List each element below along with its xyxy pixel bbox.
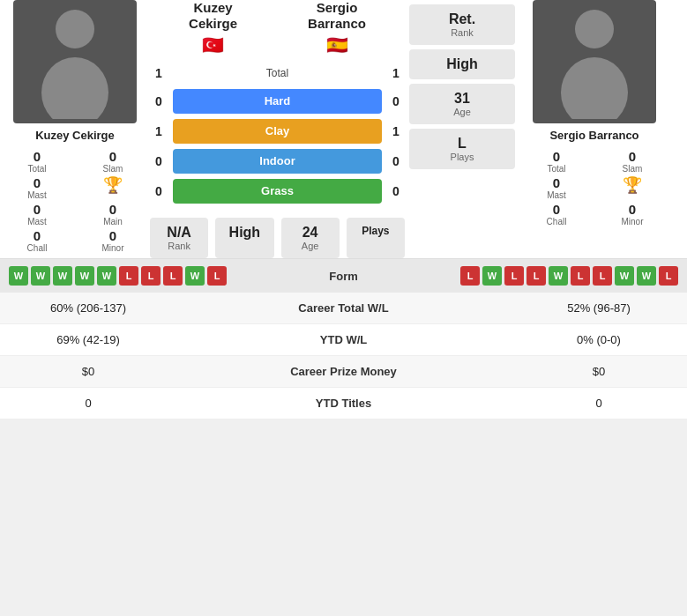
right-age-value: 31: [418, 91, 506, 107]
right-player-name: Sergio Barranco: [549, 129, 638, 142]
right-player-avatar: [533, 0, 656, 123]
hard-row: 0 Hard 0: [150, 89, 405, 114]
left-slam-cell: 0 Slam: [76, 149, 150, 174]
clay-left-score: 1: [150, 124, 168, 138]
right-mast-label: Mast: [547, 190, 566, 200]
surface-rows: 1 Total 1 0 Hard 0 1 Clay 1 0 Indoor: [150, 66, 405, 209]
ytd-titles-label: YTD Titles: [159, 397, 528, 410]
indoor-left-score: 0: [150, 154, 168, 168]
right-mast-cell: 0 Mast: [519, 175, 594, 200]
center-column: KuzeyCekirge 🇹🇷 SergioBarranco 🇪🇸 1 Tota…: [150, 0, 405, 258]
career-total-wl-row: 60% (206-137) Career Total W/L 52% (96-8…: [0, 293, 687, 324]
grass-row: 0 Grass 0: [150, 179, 405, 204]
form-badge-w: W: [97, 266, 116, 286]
center-left-name-block: KuzeyCekirge 🇹🇷: [189, 0, 237, 58]
form-badge-l: L: [119, 266, 138, 286]
left-age-value: 24: [290, 225, 331, 241]
total-label: Total: [168, 67, 387, 79]
right-info-panel: Ret. Rank High 31 Age L Plays: [405, 0, 519, 258]
right-form-badges: LWLLWLLWWL: [460, 266, 678, 286]
left-main-label2: Main: [103, 217, 123, 226]
left-flag: 🇹🇷: [189, 34, 237, 56]
total-row: 1 Total 1: [150, 66, 405, 80]
form-badge-l: L: [593, 266, 612, 286]
left-total-label: Total: [27, 164, 46, 174]
right-total-cell: 0 Total: [519, 149, 594, 174]
middle-info-row: N/A Rank High 24 Age Plays: [150, 213, 405, 258]
left-total-value: 0: [34, 149, 41, 164]
left-form-badges: WWWWWLLLWL: [9, 266, 227, 286]
clay-button: Clay: [173, 119, 382, 144]
left-age-label: Age: [290, 241, 331, 251]
form-badge-l: L: [207, 266, 227, 286]
left-mast-cell2: 0 Mast: [0, 202, 74, 226]
clay-row: 1 Clay 1: [150, 119, 405, 144]
right-chall-value: 0: [553, 202, 560, 217]
grass-left-score: 0: [150, 184, 168, 198]
prize-row: $0 Career Prize Money $0: [0, 356, 687, 388]
left-age-box: 24 Age: [281, 218, 340, 258]
right-stats-grid: 0 Total 0 Slam 0 Mast 🏆: [519, 149, 669, 200]
players-top-section: Kuzey Cekirge 0 Total 0 Slam 0 Mast 🏆: [0, 0, 687, 258]
right-player-card: Sergio Barranco 0 Total 0 Slam 0 Mast: [519, 0, 669, 258]
left-rank-value: N/A: [159, 225, 199, 241]
right-rank-value: Ret.: [418, 11, 506, 27]
right-chall-label: Chall: [547, 217, 567, 226]
form-badge-w: W: [482, 266, 502, 286]
left-mast-cell: 0 Mast: [0, 175, 74, 200]
left-level-value: High: [224, 225, 265, 241]
right-age-label: Age: [418, 107, 506, 117]
grass-right-score: 0: [387, 184, 405, 198]
left-plays-box: Plays: [347, 218, 405, 258]
form-badge-l: L: [571, 266, 590, 286]
form-badge-l: L: [141, 266, 161, 286]
left-rank-label: Rank: [159, 241, 199, 251]
left-career-total-wl: 60% (206-137): [18, 301, 159, 315]
hard-right-score: 0: [387, 94, 405, 108]
left-chall-cell: 0 Chall: [0, 228, 74, 253]
form-section: WWWWWLLLWL Form LWLLWLLWWL: [0, 258, 687, 293]
left-main-value2: 0: [109, 202, 116, 217]
left-minor-value: 0: [109, 228, 116, 243]
grass-button: Grass: [173, 179, 382, 204]
ytd-wl-row: 69% (42-19) YTD W/L 0% (0-0): [0, 324, 687, 356]
svg-point-1: [41, 57, 108, 119]
form-badge-w: W: [53, 266, 72, 286]
right-stats-grid-2: 0 Chall 0 Minor: [519, 202, 669, 226]
right-rank-label: Rank: [418, 27, 506, 38]
form-label: Form: [317, 270, 370, 283]
right-column: Ret. Rank High 31 Age L Plays: [405, 0, 687, 258]
ytd-titles-row: 0 YTD Titles 0: [0, 388, 687, 419]
center-right-name: SergioBarranco: [308, 0, 366, 32]
right-flag: 🇪🇸: [308, 34, 366, 56]
left-mast-value: 0: [34, 175, 41, 190]
left-player-avatar: [13, 0, 137, 123]
left-mast-label: Mast: [27, 190, 47, 200]
right-trophy-cell: 🏆: [595, 175, 669, 200]
left-total-cell: 0 Total: [0, 149, 74, 174]
prize-label: Career Prize Money: [159, 365, 528, 378]
form-badge-w: W: [549, 266, 568, 286]
right-slam-label: Slam: [623, 164, 643, 174]
right-minor-value: 0: [629, 202, 636, 217]
right-ytd-wl: 0% (0-0): [528, 333, 669, 346]
left-trophy-icon: 🏆: [103, 175, 123, 195]
right-trophy-icon: 🏆: [623, 175, 642, 195]
left-minor-label: Minor: [101, 243, 123, 253]
svg-point-2: [575, 10, 614, 48]
left-ytd-wl: 69% (42-19): [18, 333, 159, 346]
form-badge-w: W: [31, 266, 50, 286]
form-badge-l: L: [460, 266, 480, 286]
left-mast-label2: Mast: [27, 217, 47, 226]
left-ytd-titles: 0: [18, 397, 159, 410]
ytd-wl-label: YTD W/L: [159, 333, 528, 346]
left-minor-cell: 0 Minor: [76, 228, 150, 253]
left-slam-value: 0: [109, 149, 116, 164]
form-badge-l: L: [659, 266, 678, 286]
left-trophy-cell: 🏆: [76, 175, 150, 200]
left-chall-value: 0: [34, 228, 41, 243]
form-badge-l: L: [526, 266, 546, 286]
left-mast-value2: 0: [34, 202, 41, 217]
form-badge-w: W: [637, 266, 656, 286]
total-left-score: 1: [150, 66, 168, 80]
